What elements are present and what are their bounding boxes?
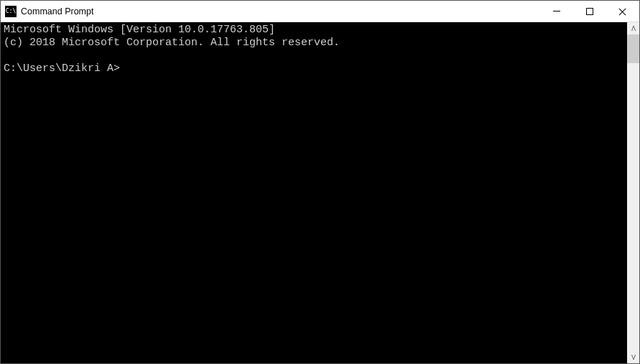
close-button[interactable] [606, 1, 639, 22]
window-title: Command Prompt [21, 6, 540, 17]
version-line: Microsoft Windows [Version 10.0.17763.80… [4, 24, 275, 36]
minimize-button[interactable] [540, 1, 573, 22]
prompt-line: C:\Users\Dzikri A> [4, 62, 120, 75]
maximize-button[interactable] [573, 1, 606, 22]
client-area: Microsoft Windows [Version 10.0.17763.80… [1, 22, 639, 363]
window-controls [540, 1, 639, 22]
close-icon [618, 7, 627, 16]
terminal-output[interactable]: Microsoft Windows [Version 10.0.17763.80… [1, 22, 627, 363]
minimize-icon [553, 11, 560, 11]
scroll-up-button[interactable]: ᐱ [627, 22, 639, 34]
vertical-scrollbar[interactable]: ᐱ ᐯ [627, 22, 639, 363]
cmd-icon: C:\ [5, 6, 17, 17]
titlebar[interactable]: C:\ Command Prompt [1, 1, 639, 22]
scrollbar-track[interactable] [627, 34, 639, 351]
chevron-down-icon: ᐯ [631, 354, 636, 361]
copyright-line: (c) 2018 Microsoft Corporation. All righ… [4, 37, 340, 49]
maximize-icon [586, 8, 593, 15]
command-prompt-window: C:\ Command Prompt Microsoft Windows [Ve… [0, 0, 640, 364]
scroll-down-button[interactable]: ᐯ [627, 351, 639, 363]
scrollbar-thumb[interactable] [627, 34, 639, 63]
chevron-up-icon: ᐱ [631, 25, 636, 32]
